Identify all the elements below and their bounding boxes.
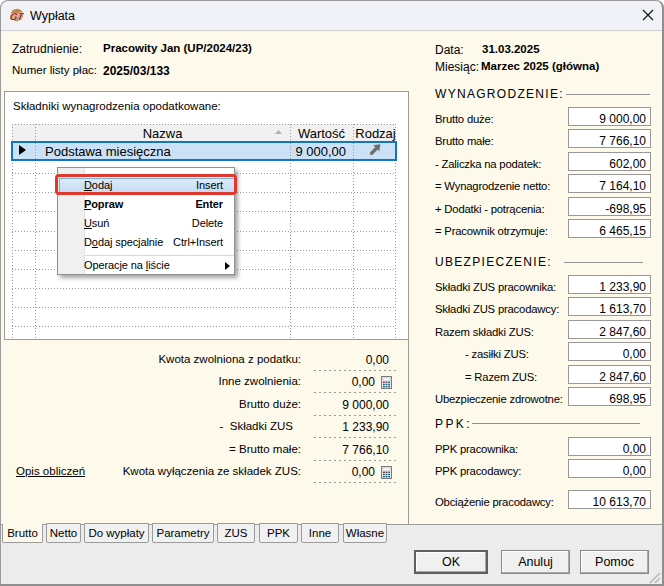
svg-text:GT: GT bbox=[10, 11, 24, 22]
